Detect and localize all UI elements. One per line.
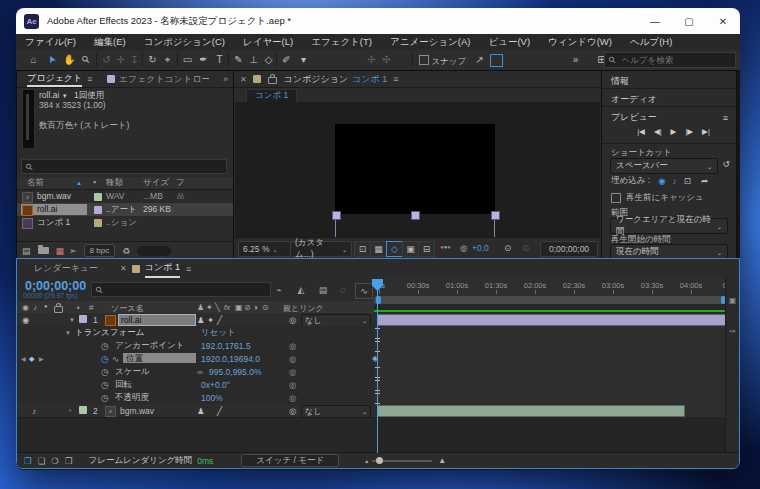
resolution-select[interactable]: (カスタム...)⌄ <box>290 241 352 257</box>
help-search[interactable]: ⚲ <box>604 52 736 68</box>
shape-tool-icon[interactable]: ▭ <box>180 52 195 67</box>
pickwhip-icon[interactable]: ◎ <box>289 313 296 326</box>
pickwhip-icon[interactable]: ◎ <box>289 339 296 352</box>
stopwatch-icon[interactable]: ◷ <box>101 339 109 352</box>
scale-value[interactable]: 995.0,995.0% <box>209 365 261 378</box>
menu-file[interactable]: ファイル(F) <box>16 36 85 49</box>
panel-preview[interactable]: プレビュー ≡ <box>602 111 736 124</box>
layer-visibility-eye-icon[interactable]: ◉ <box>22 313 29 326</box>
snap-options-icon[interactable]: ↗ <box>472 52 487 67</box>
pickwhip-icon[interactable]: ◎ <box>289 391 296 404</box>
stopwatch-active-icon[interactable]: ◷ <box>101 352 109 365</box>
draft-3d-icon[interactable]: ◭ <box>293 283 309 297</box>
rotation-row[interactable]: ◷ 回転 0x+0.0° ◎ <box>17 378 374 392</box>
cache-checkbox-row[interactable]: 再生前にキャッシュ <box>602 192 736 204</box>
switch-collapse-icon[interactable]: ✦ <box>206 303 213 312</box>
blend-toggle-icon[interactable]: ❐ <box>24 456 32 466</box>
expand-icon[interactable]: ▼ <box>69 313 75 326</box>
hand-marker-icon[interactable]: ✑ <box>726 327 739 336</box>
menu-animation[interactable]: アニメーション(A) <box>381 36 480 49</box>
motion-blur-icon[interactable]: ◌ <box>335 283 351 297</box>
include-overlays-icon[interactable]: ⊡ <box>684 176 691 186</box>
work-area-end-icon[interactable]: ▣ <box>726 296 739 305</box>
comp-tab-name[interactable]: コンポ 1 <box>352 73 387 86</box>
rotation-tool-icon[interactable]: ↻ <box>145 52 160 67</box>
label-chip-lavender[interactable] <box>94 206 102 214</box>
frame-blend-icon[interactable]: ▤ <box>315 283 331 297</box>
home-icon[interactable]: ⌂ <box>26 52 41 67</box>
layer-color-chip[interactable] <box>79 315 87 323</box>
footage-name-dropdown-icon[interactable]: ▼ <box>62 93 68 99</box>
position-label[interactable]: 位置 <box>123 353 196 363</box>
project-row-roll[interactable]: roll.ai ..アート 296 KB <box>17 203 233 216</box>
layer-quality-icon[interactable]: ╱ <box>217 313 222 326</box>
parent-select[interactable]: なし⌄ <box>301 405 371 418</box>
range-select[interactable]: ワークエリアと現在の時間⌄ <box>610 218 728 234</box>
project-search[interactable]: ⚲ <box>21 159 227 174</box>
playhead-line[interactable] <box>377 281 378 453</box>
layer-collapse-icon[interactable]: ✦ <box>207 313 214 326</box>
solo-column-icon[interactable]: ● <box>44 303 48 309</box>
transparency-grid-icon[interactable]: ▦ <box>370 241 387 257</box>
label-chip-tan[interactable] <box>94 219 102 227</box>
orbit-camera-tool-icon[interactable]: ↺ <box>99 52 114 67</box>
tab-effect-controls[interactable]: エフェクトコントロール roll.ai <box>119 73 209 86</box>
tab-render-queue[interactable]: レンダーキュー <box>34 262 98 275</box>
anchor-point-row[interactable]: ◷ アンカーポイント 192.0,1761.5 ◎ <box>17 339 374 353</box>
snap-checkbox[interactable] <box>419 55 429 65</box>
menu-help[interactable]: ヘルプ(H) <box>621 36 681 49</box>
minimize-button[interactable]: — <box>638 8 672 34</box>
pixel-aspect-icon[interactable]: ⊟ <box>418 241 435 257</box>
bpc-button[interactable]: 8 bpc <box>84 244 116 257</box>
maximize-button[interactable]: ▢ <box>672 8 706 34</box>
new-folder-icon[interactable] <box>38 247 49 254</box>
tab-project[interactable]: プロジェクト <box>27 71 82 87</box>
layer-name-field[interactable]: roll.ai <box>118 314 196 326</box>
col-path[interactable]: フ <box>176 177 185 189</box>
project-row-comp[interactable]: コンポ 1 ..ション <box>17 216 233 229</box>
layer-shy-icon[interactable]: ♟ <box>197 404 205 417</box>
zoom-slider-knob[interactable] <box>376 457 383 464</box>
layer-color-chip[interactable] <box>79 406 87 414</box>
switch-adjustment-icon[interactable]: ◑ <box>253 303 258 312</box>
pan-camera-tool-icon[interactable]: ✛ <box>113 52 128 67</box>
anchor-point-label[interactable]: アンカーポイント <box>115 339 184 352</box>
comp-tab-close-icon[interactable]: ✕ <box>240 75 247 84</box>
timeline-track-area[interactable]: ◈ <box>374 313 726 417</box>
mask-visibility-icon[interactable]: ◇ <box>386 241 403 257</box>
work-area-bar[interactable] <box>374 296 726 304</box>
anchor-point-value[interactable]: 192.0,1761.5 <box>201 339 251 352</box>
switch-shy-icon[interactable]: ♟ <box>197 303 204 312</box>
cache-checkbox[interactable] <box>611 193 621 203</box>
pan-behind-tool-icon[interactable]: ⌖ <box>160 52 175 67</box>
panel-audio[interactable]: オーディオ <box>602 93 736 106</box>
dolly-camera-tool-icon[interactable]: ↧ <box>127 52 142 67</box>
transform-group-row[interactable]: ▼ トランスフォーム リセット <box>17 326 374 340</box>
timeline-ruler[interactable]: 00s 00:30s 01:00s 01:30s 02:00s 02:30s 0… <box>374 278 726 297</box>
text-tool-icon[interactable]: T <box>212 52 227 67</box>
project-tabs-overflow-icon[interactable]: » <box>223 74 228 84</box>
close-button[interactable]: ✕ <box>706 8 740 34</box>
exposure-value[interactable]: +0.0 <box>472 243 489 253</box>
transform-reset-link[interactable]: リセット <box>201 326 236 339</box>
share-icon[interactable]: ➦ <box>701 176 708 186</box>
puppet-pin-tool-icon[interactable]: ▾ <box>296 52 311 67</box>
comp-flowchart-icon[interactable]: ⌁ <box>271 283 287 297</box>
layer-shy-icon[interactable]: ♟ <box>197 313 205 326</box>
audio-column-icon[interactable]: ♪ <box>33 303 37 312</box>
layer-quality-icon[interactable]: ╱ <box>217 404 222 417</box>
switch-frame-blend-icon[interactable]: ▣ <box>235 303 243 312</box>
zoom-select[interactable]: 6.25 %⌄ <box>238 241 292 257</box>
lock-icon[interactable] <box>268 77 277 84</box>
pickwhip-icon[interactable]: ◎ <box>289 378 296 391</box>
menu-edit[interactable]: 編集(E) <box>85 36 135 49</box>
zoom-out-mountain-icon[interactable]: ▴ <box>365 457 368 464</box>
opacity-label[interactable]: 不透明度 <box>115 391 149 404</box>
position-row[interactable]: ◀ ◆ ▶ ◷ ∿ 位置 1920.0,19694.0 ◎ <box>17 352 374 366</box>
transform-group-label[interactable]: トランスフォーム <box>75 326 144 339</box>
prev-keyframe-icon[interactable]: ◀ <box>21 352 26 365</box>
layer-audio-speaker-icon[interactable]: ♪ <box>32 404 36 417</box>
switches-modes-button[interactable]: スイッチ / モード <box>241 454 339 467</box>
sort-arrow-icon[interactable]: ▲ <box>76 180 82 186</box>
mask-feather-icon[interactable] <box>490 54 503 67</box>
